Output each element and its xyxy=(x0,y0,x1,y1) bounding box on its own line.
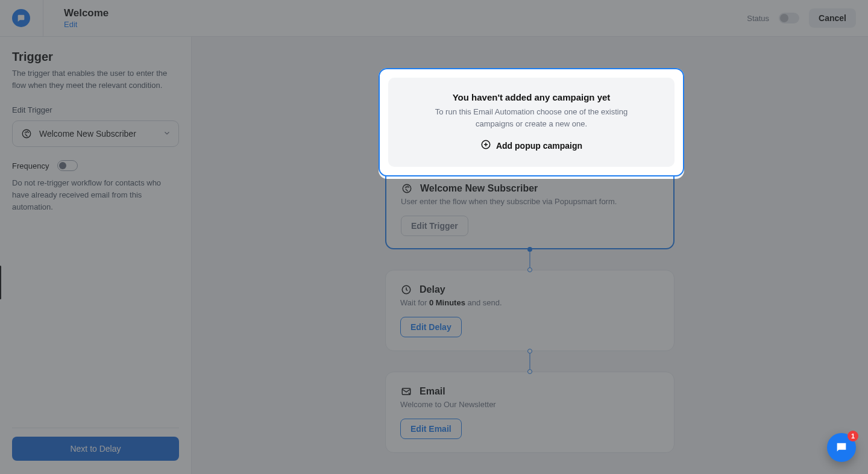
chat-launcher-button[interactable]: 1 xyxy=(827,433,856,462)
add-popup-campaign-button[interactable]: Add popup campaign xyxy=(479,144,580,157)
trigger-select[interactable]: Welcome New Subscriber xyxy=(12,120,179,147)
edit-email-button[interactable]: Edit Email xyxy=(400,419,462,439)
svg-point-2 xyxy=(403,184,411,193)
frequency-label: Frequency xyxy=(12,161,49,170)
sidebar-indicator xyxy=(0,266,1,299)
flow-connector xyxy=(529,351,530,372)
next-button[interactable]: Next to Delay xyxy=(12,437,179,461)
add-popup-campaign-label: Add popup campaign xyxy=(494,146,580,155)
page-subtitle-link[interactable]: Edit xyxy=(64,20,108,30)
frequency-toggle[interactable] xyxy=(57,160,78,171)
trigger-card-title: Welcome New Subscriber xyxy=(420,183,538,194)
status-toggle[interactable] xyxy=(779,13,799,23)
empty-heading: You haven't added any campaign yet xyxy=(415,97,644,107)
mail-icon xyxy=(400,385,412,398)
delay-card-title: Delay xyxy=(420,284,445,295)
svg-point-0 xyxy=(22,129,31,138)
delay-card-subtitle: Wait for 0 Minutes and send. xyxy=(400,298,659,307)
plus-circle-icon xyxy=(479,144,489,157)
wave-icon xyxy=(20,127,33,140)
sidebar-description: The trigger that enables the user to ent… xyxy=(12,67,174,91)
empty-campaign-panel: You haven't added any campaign yet To ru… xyxy=(397,81,662,173)
trigger-card-subtitle: User enter the flow when they subscribe … xyxy=(401,197,659,206)
flow-card-trigger[interactable]: You haven't added any campaign yet To ru… xyxy=(385,69,675,249)
chevron-down-icon xyxy=(163,129,171,139)
frequency-note: Do not re-trigger workflow for contacts … xyxy=(12,177,174,213)
edit-trigger-label: Edit Trigger xyxy=(12,105,179,114)
app-logo-icon xyxy=(12,9,30,27)
flow-card-delay[interactable]: Delay Wait for 0 Minutes and send. Edit … xyxy=(385,270,675,351)
sidebar: Trigger The trigger that enables the use… xyxy=(0,37,192,474)
sidebar-heading: Trigger xyxy=(12,50,179,64)
page-title: Welcome xyxy=(64,7,108,19)
cancel-button[interactable]: Cancel xyxy=(809,8,856,28)
trigger-select-value: Welcome New Subscriber xyxy=(39,129,136,139)
email-card-subtitle: Welcome to Our Newsletter xyxy=(400,400,659,409)
status-label: Status xyxy=(747,14,769,23)
edit-delay-button[interactable]: Edit Delay xyxy=(400,317,462,337)
edit-trigger-button[interactable]: Edit Trigger xyxy=(401,216,468,236)
clock-icon xyxy=(400,284,412,296)
flow-card-email[interactable]: Email Welcome to Our Newsletter Edit Ema… xyxy=(385,372,675,453)
chat-badge: 1 xyxy=(848,431,858,441)
topbar: Welcome Edit Status Cancel xyxy=(0,0,868,37)
divider xyxy=(43,0,43,37)
wave-icon xyxy=(401,182,413,195)
email-card-title: Email xyxy=(420,386,445,397)
empty-body: To run this Email Automation choose one … xyxy=(433,111,626,134)
flow-connector xyxy=(529,249,530,270)
flow-canvas: You haven't added any campaign yet To ru… xyxy=(192,37,868,474)
